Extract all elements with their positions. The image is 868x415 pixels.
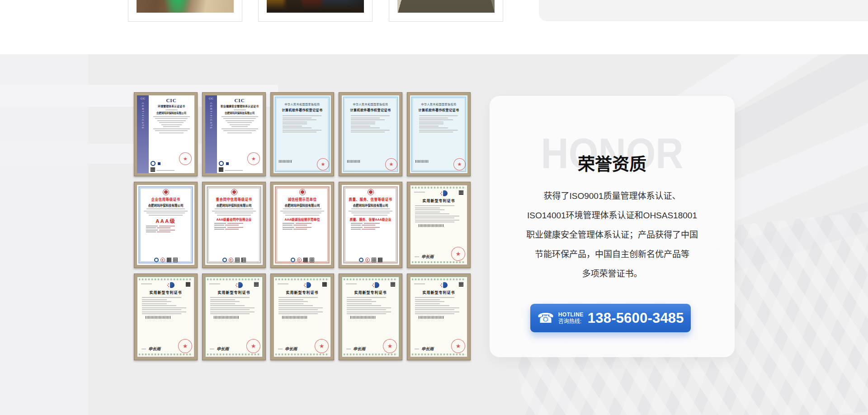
honor-card: HONOR 荣誉资质 获得了ISO9001质量管理体系认证、 ISO14001环… <box>490 96 735 357</box>
description-line: 多项荣誉证书。 <box>506 264 718 283</box>
cnipa-logo-icon <box>443 282 448 288</box>
section-title: 荣誉资质 <box>490 150 735 175</box>
certificate-title: 企业信用等级证书 <box>142 197 190 202</box>
cnipa-logo-icon <box>170 282 175 288</box>
certificate-software-copyright[interactable]: 中华人民共和国国家版权局 计算机软件著作权登记证书 <box>270 92 334 176</box>
qr-code-icon <box>219 167 223 172</box>
hotline-label-zh: 咨询热线: <box>558 318 584 325</box>
description-line: 节能环保产品，中国自主创新名优产品等 <box>506 245 718 264</box>
red-seal-icon <box>385 158 397 170</box>
star-stamp-icon <box>365 258 370 262</box>
certificate-title: 重合同守信用等级证书 <box>210 197 258 202</box>
case-card-3[interactable] <box>389 0 503 22</box>
certificate-title: 实用新型专利证书 <box>278 290 327 295</box>
accreditation-logo-icon <box>157 161 161 166</box>
authority-name: 中华人民共和国国家版权局 <box>278 102 326 106</box>
qr-code-icon <box>173 258 178 262</box>
cnipa-logo-icon <box>443 190 448 196</box>
award-grade: AAA级重合同守信用企业 <box>210 217 258 222</box>
red-emblem-icon <box>231 189 237 195</box>
red-emblem-icon <box>368 189 374 195</box>
certificate-integrity-unit[interactable]: 诚信经营示范单位 合肥珂玛环保科技有限公司 AAA级诚信经营示范单位 <box>270 182 334 268</box>
cic-round-logo-icon <box>151 161 156 166</box>
certificate-utility-patent[interactable]: 实用新型专利证书 申长雨 <box>134 274 198 360</box>
green-trim <box>412 261 466 263</box>
honor-description: 获得了ISO9001质量管理体系认证、 ISO14001环境管理体系认证和OHS… <box>506 186 718 283</box>
red-emblem-icon <box>163 189 169 195</box>
certificate-contract-credit[interactable]: 重合同守信用等级证书 合肥珂玛环保科技有限公司 AAA级重合同守信用企业 <box>202 182 266 268</box>
certificate-utility-patent[interactable]: 实用新型专利证书 申长雨 <box>270 274 334 360</box>
certificate-side-band: CIC CERTIFICATE <box>137 95 149 173</box>
red-seal-icon <box>178 339 192 353</box>
credit-logo-icon <box>154 258 159 262</box>
credit-logo-icon <box>291 258 295 262</box>
company-name: 合肥珂玛环保科技有限公司 <box>219 111 260 115</box>
qr-code-icon <box>303 258 308 262</box>
red-seal-icon <box>247 152 260 165</box>
qr-code-icon <box>391 282 395 287</box>
certificate-title: 职业健康安全管理体系认证证书 <box>219 104 260 108</box>
cnipa-logo-icon <box>307 282 311 288</box>
top-right-panel <box>539 0 868 21</box>
accreditation-logo-icon <box>225 161 230 166</box>
certificate-utility-patent[interactable]: 实用新型专利证书 申长雨 <box>202 274 266 360</box>
barcode-icon <box>279 160 292 163</box>
certificate-software-copyright[interactable]: 中华人民共和国国家版权局 计算机软件著作权登记证书 <box>407 92 471 176</box>
equipment-site-photo <box>267 0 364 13</box>
barcode-icon <box>350 316 375 319</box>
red-emblem-icon <box>299 189 306 195</box>
credit-logo-icon <box>359 258 363 262</box>
qr-code-icon <box>310 258 314 262</box>
case-card-2[interactable] <box>258 0 373 22</box>
company-name: 合肥珂玛环保科技有限公司 <box>210 203 258 208</box>
certificate-utility-patent[interactable]: 实用新型专利证书 申长雨 <box>407 274 471 360</box>
excavation-site-photo <box>137 0 234 13</box>
star-stamp-icon <box>160 258 165 262</box>
page: CIC CERTIFICATE CIC 环境管理体系认证证书 合肥珂玛环保科技有… <box>0 0 868 415</box>
commissioner-signature: 申长雨 <box>285 346 297 352</box>
hotline-button[interactable]: ☎ HOTLINE 咨询热线: 138-5600-3485 <box>530 304 691 332</box>
certificate-title: 计算机软件著作权登记证书 <box>278 108 326 112</box>
cic-round-logo-icon <box>219 161 224 166</box>
certificate-cic-environment[interactable]: CIC CERTIFICATE CIC 环境管理体系认证证书 合肥珂玛环保科技有… <box>134 92 198 176</box>
phone-icon: ☎ <box>537 311 554 325</box>
qr-code-icon <box>241 258 246 262</box>
certificate-enterprise-credit[interactable]: 企业信用等级证书 合肥珂玛环保科技有限公司 AAA级 <box>134 182 198 268</box>
certificate-title: 计算机软件著作权登记证书 <box>415 108 463 112</box>
cic-logo: CIC <box>219 98 260 103</box>
commissioner-signature: 申长雨 <box>148 346 160 352</box>
green-trim <box>412 187 466 189</box>
concrete-pit-photo <box>397 0 495 13</box>
certificate-quality-service-credit[interactable]: 质量、服务、信誉等级证书 合肥珂玛环保科技有限公司 质量、服务、信誉AAA级企业 <box>339 182 402 268</box>
green-trim <box>412 278 466 280</box>
certificate-title: 环境管理体系认证证书 <box>151 104 192 108</box>
cnipa-logo-icon <box>375 282 379 288</box>
certificate-title: 实用新型专利证书 <box>346 290 395 295</box>
red-seal-icon <box>451 339 465 353</box>
green-trim <box>275 278 329 280</box>
barcode-icon <box>415 160 429 163</box>
qr-code-icon <box>235 258 240 262</box>
certificate-utility-patent[interactable]: 实用新型专利证书 申长雨 <box>407 182 471 268</box>
barcode-icon <box>419 224 443 227</box>
description-line: 职业健康安全管理体系认证；产品获得了中国 <box>506 225 718 245</box>
certificate-title: 实用新型专利证书 <box>414 198 463 203</box>
company-name: 合肥珂玛环保科技有限公司 <box>278 203 326 208</box>
qr-code-icon <box>186 282 190 287</box>
green-trim <box>207 278 261 280</box>
green-trim <box>275 354 329 355</box>
description-line: ISO14001环境管理体系认证和OHSAS18001 <box>506 206 718 225</box>
star-stamp-icon <box>229 258 233 262</box>
qr-code-icon <box>151 167 155 172</box>
hotline-label-en: HOTLINE <box>558 311 584 318</box>
certificate-utility-patent[interactable]: 实用新型专利证书 申长雨 <box>339 274 402 360</box>
certificate-grid: CIC CERTIFICATE CIC 环境管理体系认证证书 合肥珂玛环保科技有… <box>134 92 471 360</box>
green-trim <box>139 278 193 280</box>
certificate-software-copyright[interactable]: 中华人民共和国国家版权局 计算机软件著作权登记证书 <box>339 92 402 176</box>
credit-logo-icon <box>222 258 227 262</box>
certificate-title: 质量、服务、信誉等级证书 <box>346 197 395 202</box>
award-grade: 质量、服务、信誉AAA级企业 <box>346 217 395 222</box>
certificate-title: 实用新型专利证书 <box>141 290 190 295</box>
case-card-1[interactable] <box>128 0 242 22</box>
certificate-cic-safety[interactable]: CIC CERTIFICATE CIC 职业健康安全管理体系认证证书 合肥珂玛环… <box>202 92 266 176</box>
